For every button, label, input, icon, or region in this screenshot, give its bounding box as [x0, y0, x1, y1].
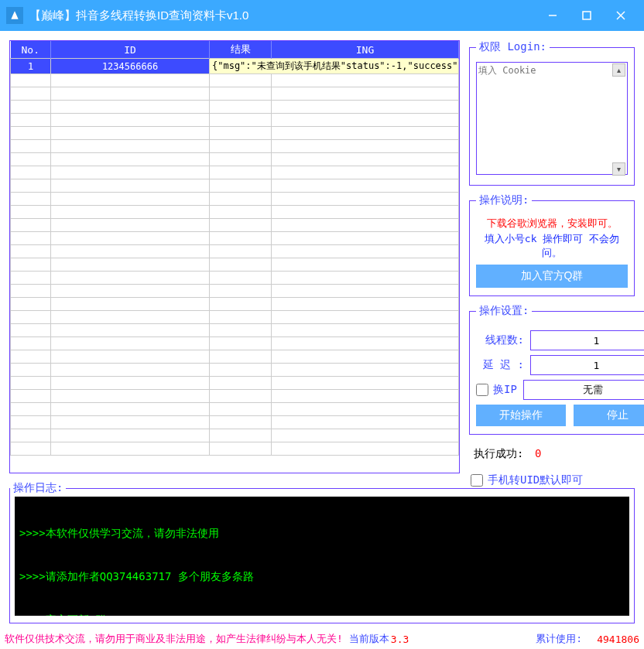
login-legend: 权限 Login: — [476, 40, 550, 54]
settings-group: 操作设置: 线程数: 延 迟 : 换IP 开始操作 — [469, 304, 644, 435]
col-header-result[interactable]: 结果 — [210, 41, 272, 59]
status-version-value: 3.3 — [391, 634, 409, 645]
status-bar: 软件仅供技术交流，请勿用于商业及非法用途，如产生法律纠纷与本人无关! 当前版本 … — [0, 629, 644, 649]
start-button[interactable]: 开始操作 — [476, 405, 566, 426]
settings-legend: 操作设置: — [476, 304, 532, 318]
delay-label: 延 迟 : — [476, 358, 524, 372]
log-line: >>>>请添加作者QQ374463717 多个朋友多条路 — [19, 570, 625, 584]
cell-ing: {"msg":"未查询到该手机结果"status":-1,"success":f… — [210, 59, 459, 74]
window-title: 【巅峰】抖音多线程转换ID查询资料卡v1.0 — [29, 9, 248, 23]
cookie-input[interactable] — [476, 62, 628, 175]
log-output[interactable]: >>>>本软件仅供学习交流，请勿非法使用 >>>>请添加作者QQ37446371… — [15, 497, 629, 616]
client-area: No. ID 结果 ING 1 1234566666 {"msg":"未查询到该… — [0, 31, 644, 629]
close-button[interactable] — [604, 0, 638, 31]
log-line: >>>>本软件仅供学习交流，请勿非法使用 — [19, 527, 625, 541]
join-qgroup-button[interactable]: 加入官方Q群 — [476, 265, 628, 288]
instruction-line2: 填入小号ck 操作即可 不会勿问。 — [476, 232, 628, 260]
status-version-label: 当前版本 — [349, 632, 389, 646]
title-bar: 【巅峰】抖音多线程转换ID查询资料卡v1.0 — [0, 0, 644, 31]
cell-id: 1234566666 — [51, 59, 210, 74]
scroll-down-icon[interactable]: ▾ — [612, 162, 625, 176]
log-line: >>>>官方更新Q群: 282188280 — [19, 613, 625, 616]
maximize-button[interactable] — [570, 0, 604, 31]
svg-rect-1 — [583, 12, 591, 19]
status-count-value: 4941806 — [585, 634, 639, 645]
results-grid[interactable]: No. ID 结果 ING 1 1234566666 {"msg":"未查询到该… — [9, 40, 460, 473]
exec-success-count: 0 — [535, 447, 541, 459]
app-icon — [6, 7, 23, 24]
col-header-id[interactable]: ID — [51, 41, 210, 59]
login-group: 权限 Login: ▴ ▾ — [469, 40, 635, 186]
instruction-line1: 下载谷歌浏览器，安装即可。 — [476, 217, 628, 231]
log-legend: 操作日志: — [10, 481, 66, 495]
exec-success-row: 执行成功: 0 — [474, 447, 635, 461]
table-row[interactable]: 1 1234566666 {"msg":"未查询到该手机结果"status":-… — [11, 59, 459, 74]
status-count-label: 累计使用: — [536, 632, 582, 646]
minimize-button[interactable] — [536, 0, 570, 31]
exec-success-label: 执行成功: — [474, 447, 523, 459]
stop-button[interactable]: 停止 — [574, 405, 645, 426]
instructions-group: 操作说明: 下载谷歌浏览器，安装即可。 填入小号ck 操作即可 不会勿问。 加入… — [469, 193, 635, 296]
status-disclaimer: 软件仅供技术交流，请勿用于商业及非法用途，如产生法律纠纷与本人无关! — [5, 632, 343, 646]
col-header-no[interactable]: No. — [11, 41, 51, 59]
swapip-label: 换IP — [493, 383, 517, 397]
col-header-ing[interactable]: ING — [272, 41, 459, 59]
delay-input[interactable] — [530, 355, 644, 375]
cell-no: 1 — [11, 59, 51, 74]
swapip-checkbox[interactable] — [476, 384, 488, 396]
threads-input[interactable] — [530, 330, 644, 350]
swapip-checkbox-row[interactable]: 换IP — [476, 383, 517, 397]
instructions-legend: 操作说明: — [476, 193, 532, 207]
threads-label: 线程数: — [476, 333, 524, 347]
swapip-value[interactable] — [523, 380, 644, 400]
log-group: 操作日志: >>>>本软件仅供学习交流，请勿非法使用 >>>>请添加作者QQ37… — [9, 481, 635, 623]
scroll-up-icon[interactable]: ▴ — [612, 63, 625, 77]
